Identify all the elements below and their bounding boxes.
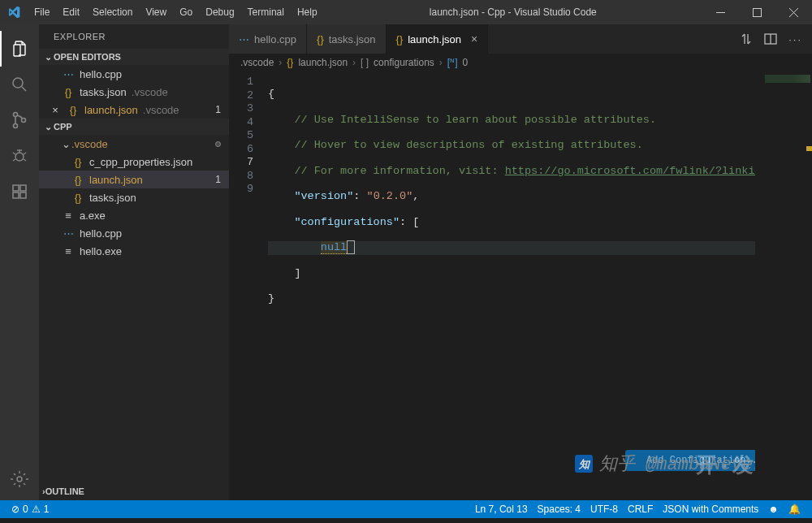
window-minimize-button[interactable] bbox=[702, 0, 739, 24]
menu-debug[interactable]: Debug bbox=[199, 0, 240, 24]
file-label: hello.cpp bbox=[80, 227, 122, 240]
svg-point-5 bbox=[22, 119, 26, 123]
tab-label: launch.json bbox=[408, 33, 461, 45]
explorer-sidebar: EXPLORER ⌄OPEN EDITORS ⋯ hello.cpp {} ta… bbox=[39, 24, 229, 500]
tab-label: hello.cpp bbox=[254, 33, 296, 45]
breadcrumbs[interactable]: .vscode › {} launch.json › [ ] configura… bbox=[229, 54, 812, 71]
menu-terminal[interactable]: Terminal bbox=[241, 0, 291, 24]
exe-file-icon: ≡ bbox=[62, 209, 75, 222]
activity-explorer-icon[interactable] bbox=[0, 31, 39, 67]
problems-count: 1 bbox=[215, 104, 221, 115]
cpp-file-icon: ⋯ bbox=[239, 33, 249, 45]
menu-help[interactable]: Help bbox=[291, 0, 324, 24]
compare-changes-icon[interactable] bbox=[740, 32, 753, 45]
json-file-icon: {} bbox=[71, 191, 84, 204]
warning-icon: ⚠ bbox=[32, 504, 41, 515]
window-close-button[interactable] bbox=[775, 0, 812, 24]
split-editor-icon[interactable] bbox=[764, 32, 777, 45]
menu-go[interactable]: Go bbox=[173, 0, 199, 24]
activity-extensions-icon[interactable] bbox=[0, 174, 39, 210]
file-item[interactable]: {} c_cpp_properties.json bbox=[39, 153, 229, 171]
problems-count: 1 bbox=[215, 174, 221, 185]
chevron-down-icon: ⌄ bbox=[42, 52, 54, 63]
window-title: launch.json - Cpp - Visual Studio Code bbox=[324, 6, 702, 18]
file-label: a.exe bbox=[80, 210, 106, 222]
svg-point-11 bbox=[17, 477, 22, 482]
chevron-right-icon: › bbox=[352, 57, 356, 68]
status-feedback-icon[interactable]: ☻ bbox=[763, 504, 784, 515]
folder-item[interactable]: ⌄ .vscode bbox=[39, 135, 229, 153]
file-path-suffix: .vscode bbox=[132, 86, 168, 98]
file-path-suffix: .vscode bbox=[143, 104, 179, 116]
json-file-icon: {} bbox=[317, 33, 324, 45]
open-editor-item[interactable]: ⋯ hello.cpp bbox=[39, 65, 229, 83]
open-editor-item[interactable]: {} tasks.json .vscode bbox=[39, 83, 229, 101]
minimap-overview bbox=[765, 75, 810, 83]
breadcrumb-item[interactable]: launch.json bbox=[298, 57, 348, 68]
code-editor[interactable]: 123456789 { // Use IntelliSense to learn… bbox=[229, 71, 812, 500]
menu-selection[interactable]: Selection bbox=[86, 0, 139, 24]
menu-edit[interactable]: Edit bbox=[56, 0, 86, 24]
code-content[interactable]: { // Use IntelliSense to learn about pos… bbox=[268, 71, 812, 500]
file-label: tasks.json bbox=[80, 86, 127, 98]
outline-header[interactable]: ›OUTLINE bbox=[39, 482, 229, 500]
svg-point-3 bbox=[14, 113, 18, 117]
activity-debug-icon[interactable] bbox=[0, 138, 39, 174]
modified-dot-icon bbox=[215, 141, 221, 147]
svg-rect-9 bbox=[20, 192, 26, 198]
status-cursor-position[interactable]: Ln 7, Col 13 bbox=[470, 504, 533, 515]
svg-point-2 bbox=[13, 78, 23, 88]
minimap[interactable] bbox=[755, 71, 812, 500]
svg-rect-7 bbox=[13, 185, 19, 191]
status-bar: ⊘0 ⚠1 Ln 7, Col 13 Spaces: 4 UTF-8 CRLF … bbox=[0, 500, 812, 518]
more-actions-icon[interactable]: ··· bbox=[788, 33, 802, 45]
close-icon[interactable]: × bbox=[49, 103, 62, 116]
project-header[interactable]: ⌄CPP bbox=[39, 119, 229, 135]
window-maximize-button[interactable] bbox=[739, 0, 775, 24]
tab-hello-cpp[interactable]: ⋯ hello.cpp bbox=[229, 24, 307, 54]
status-indentation[interactable]: Spaces: 4 bbox=[533, 504, 585, 515]
status-encoding[interactable]: UTF-8 bbox=[585, 504, 623, 515]
json-file-icon: {} bbox=[71, 173, 84, 186]
json-file-icon: {} bbox=[396, 33, 404, 45]
status-language-mode[interactable]: JSON with Comments bbox=[658, 504, 763, 515]
file-item[interactable]: ≡ a.exe bbox=[39, 206, 229, 224]
json-file-icon: {} bbox=[67, 103, 80, 116]
file-item[interactable]: {} launch.json 1 bbox=[39, 171, 229, 188]
activity-search-icon[interactable] bbox=[0, 67, 39, 102]
file-item[interactable]: ⋯ hello.cpp bbox=[39, 224, 229, 242]
svg-rect-1 bbox=[754, 8, 762, 16]
tab-launch-json[interactable]: {} launch.json × bbox=[387, 24, 489, 54]
svg-point-4 bbox=[14, 124, 18, 128]
tab-label: tasks.json bbox=[329, 33, 376, 45]
close-icon[interactable]: × bbox=[471, 32, 477, 45]
zhihu-icon: 知 bbox=[575, 455, 593, 473]
file-item[interactable]: {} tasks.json bbox=[39, 188, 229, 206]
svg-rect-0 bbox=[716, 12, 725, 13]
chevron-down-icon: ⌄ bbox=[42, 122, 54, 132]
chevron-right-icon: › bbox=[439, 57, 443, 68]
vscode-logo-icon bbox=[0, 6, 28, 19]
status-eol[interactable]: CRLF bbox=[623, 504, 658, 515]
error-icon: ⊘ bbox=[11, 504, 19, 515]
menu-file[interactable]: File bbox=[28, 0, 56, 24]
file-label: c_cpp_properties.json bbox=[89, 156, 192, 168]
editor-group: ⋯ hello.cpp {} tasks.json {} launch.json… bbox=[229, 24, 812, 500]
chevron-down-icon: ⌄ bbox=[62, 138, 71, 150]
status-notifications-icon[interactable]: 🔔 bbox=[784, 504, 806, 515]
breadcrumb-item[interactable]: 0 bbox=[463, 57, 469, 68]
sidebar-title: EXPLORER bbox=[39, 24, 229, 49]
activity-source-control-icon[interactable] bbox=[0, 102, 39, 138]
status-problems[interactable]: ⊘0 ⚠1 bbox=[6, 504, 54, 515]
svg-point-6 bbox=[15, 153, 24, 161]
breadcrumb-item[interactable]: configurations bbox=[374, 57, 434, 68]
breadcrumb-item[interactable]: .vscode bbox=[240, 57, 274, 68]
open-editor-item[interactable]: × {} launch.json .vscode 1 bbox=[39, 101, 229, 119]
svg-rect-8 bbox=[13, 192, 19, 198]
file-item[interactable]: ≡ hello.exe bbox=[39, 242, 229, 260]
json-file-icon: {} bbox=[287, 57, 293, 68]
menu-view[interactable]: View bbox=[139, 0, 173, 24]
activity-settings-icon[interactable] bbox=[0, 461, 39, 497]
open-editors-header[interactable]: ⌄OPEN EDITORS bbox=[39, 49, 229, 65]
tab-tasks-json[interactable]: {} tasks.json bbox=[307, 24, 387, 54]
